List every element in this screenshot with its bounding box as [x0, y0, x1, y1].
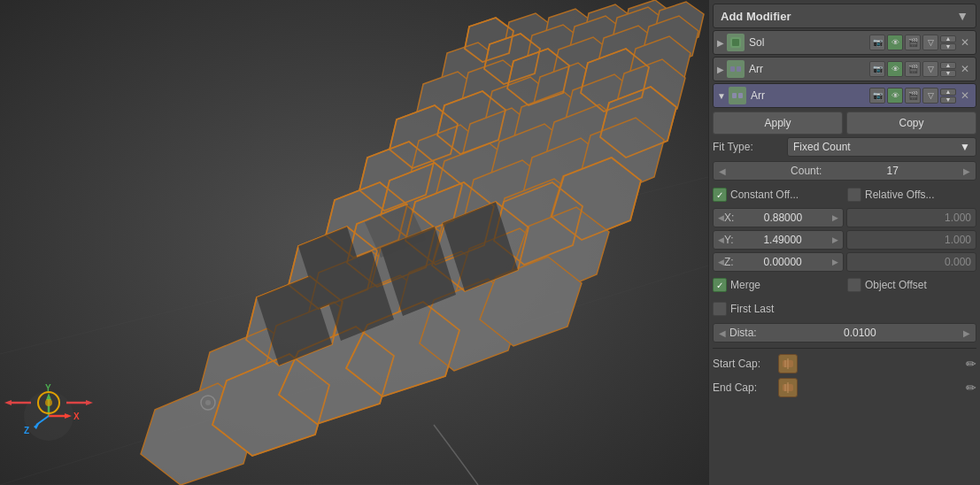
z-left-arrow[interactable]: ◀	[718, 258, 724, 266]
y-value: 1.49000	[734, 234, 832, 246]
z-value: 0.00000	[734, 256, 832, 268]
count-label: Count:	[791, 165, 822, 177]
count-field[interactable]: ◀ Count: 17 ▶	[713, 161, 976, 181]
add-modifier-label: Add Modifier	[721, 10, 791, 23]
mod-delete-btn-3[interactable]: ✕	[958, 89, 972, 103]
modifier-panel: Add Modifier ▼ ▶ Sol 📷 👁 🎬 ▽ ▲ ▼ ✕ ▶ Arr…	[708, 0, 980, 485]
dista-value: 0.0100	[757, 327, 963, 339]
object-offset-group: Object Offset	[847, 278, 976, 292]
count-right-arrow[interactable]: ▶	[963, 166, 970, 176]
end-cap-icon[interactable]	[778, 378, 798, 397]
start-cap-edit-icon[interactable]: ✏	[966, 357, 976, 371]
mod-updown-2[interactable]: ▲ ▼	[940, 62, 956, 77]
modifier-arr-3[interactable]: ▼ Arr 📷 👁 🎬 ▽ ▲ ▼ ✕	[713, 83, 976, 108]
add-modifier-arrow: ▼	[956, 9, 968, 23]
y-label: Y:	[724, 234, 734, 246]
expand-arrow-3[interactable]: ▼	[717, 91, 726, 101]
start-cap-row: Start Cap: ✏	[713, 353, 976, 374]
x-right-arrow[interactable]: ▶	[832, 213, 838, 222]
x-row: ◀ X: 0.88000 ▶ 1.000	[713, 208, 976, 227]
mod-render-btn-1[interactable]: 🎬	[905, 35, 921, 50]
svg-text:Z: Z	[24, 426, 29, 435]
mod-updown-1[interactable]: ▲ ▼	[940, 35, 956, 50]
first-last-row: First Last	[713, 298, 976, 319]
dista-right-arrow[interactable]: ▶	[963, 328, 970, 338]
first-last-checkbox[interactable]	[713, 302, 727, 316]
modifier-tools-1: 📷 👁 🎬 ▽ ▲ ▼ ✕	[869, 35, 972, 50]
mod-filter-btn-3[interactable]: ▽	[922, 88, 938, 104]
relative-offset-checkbox[interactable]	[847, 188, 861, 202]
constant-offset-checkbox[interactable]: ✓	[713, 188, 727, 202]
modifier-name-3: Arr	[749, 89, 867, 102]
offset-checkboxes: ✓ Constant Off... Relative Offs...	[713, 184, 976, 205]
z-rel-value: 0.000	[945, 256, 971, 268]
modifier-icon-2	[727, 60, 745, 78]
x-rel-value: 1.000	[945, 212, 971, 224]
object-offset-checkbox[interactable]	[847, 278, 861, 292]
object-offset-label: Object Offset	[865, 279, 927, 291]
modifier-icon-1	[727, 34, 745, 51]
x-field[interactable]: ◀ X: 0.88000 ▶	[713, 208, 844, 227]
svg-point-107	[205, 400, 211, 405]
end-cap-label: End Cap:	[713, 381, 775, 394]
end-cap-edit-icon[interactable]: ✏	[966, 381, 976, 395]
mod-render-btn-2[interactable]: 🎬	[905, 61, 921, 77]
mod-render-btn-3[interactable]: 🎬	[905, 88, 921, 104]
y-left-arrow[interactable]: ◀	[718, 235, 724, 244]
merge-checkbox[interactable]: ✓	[713, 278, 727, 292]
add-modifier-header[interactable]: Add Modifier ▼	[713, 4, 976, 28]
dista-field[interactable]: ◀ Dista: 0.0100 ▶	[713, 323, 976, 343]
mod-filter-btn-2[interactable]: ▽	[922, 61, 938, 77]
relative-offset-group: Relative Offs...	[847, 188, 976, 202]
divider-1	[713, 348, 976, 349]
mod-eye-btn-2[interactable]: 👁	[887, 61, 903, 77]
mod-camera-btn-2[interactable]: 📷	[869, 61, 885, 77]
merge-object-row: ✓ Merge Object Offset	[713, 274, 976, 296]
mod-delete-btn-2[interactable]: ✕	[958, 62, 972, 76]
x-value: 0.88000	[734, 212, 831, 224]
start-cap-icon[interactable]	[778, 354, 798, 373]
y-field[interactable]: ◀ Y: 1.49000 ▶	[713, 230, 844, 250]
x-left-arrow[interactable]: ◀	[718, 213, 724, 222]
dista-left-arrow[interactable]: ◀	[719, 328, 726, 338]
modifier-tools-2: 📷 👁 🎬 ▽ ▲ ▼ ✕	[869, 61, 972, 77]
relative-offset-label: Relative Offs...	[865, 189, 934, 201]
svg-rect-112	[732, 93, 737, 98]
expand-arrow-2[interactable]: ▶	[717, 65, 724, 74]
constant-offset-label: Constant Off...	[730, 189, 799, 201]
fit-type-dropdown[interactable]: Fixed Count ▼	[787, 137, 976, 157]
copy-button[interactable]: Copy	[846, 112, 976, 135]
y-right-arrow[interactable]: ▶	[832, 235, 838, 244]
svg-point-101	[45, 399, 52, 406]
modifier-arr-2[interactable]: ▶ Arr 📷 👁 🎬 ▽ ▲ ▼ ✕	[713, 57, 976, 81]
mod-delete-btn-1[interactable]: ✕	[958, 35, 972, 50]
y-row: ◀ Y: 1.49000 ▶ 1.000	[713, 230, 976, 250]
fit-type-value: Fixed Count	[793, 141, 851, 153]
modifier-icon-3	[729, 87, 746, 104]
count-left-arrow[interactable]: ◀	[719, 166, 726, 176]
mod-camera-btn-1[interactable]: 📷	[869, 35, 885, 50]
z-label: Z:	[724, 256, 734, 268]
svg-rect-110	[730, 66, 735, 72]
first-last-label: First Last	[730, 303, 774, 315]
start-cap-label: Start Cap:	[713, 358, 775, 370]
mod-camera-btn-3[interactable]: 📷	[869, 88, 885, 104]
svg-text:X: X	[73, 412, 80, 421]
merge-group: ✓ Merge	[713, 278, 842, 292]
expand-arrow-1[interactable]: ▶	[717, 38, 724, 48]
z-field[interactable]: ◀ Z: 0.00000 ▶	[713, 252, 844, 272]
dista-row: ◀ Dista: 0.0100 ▶	[713, 322, 976, 343]
y-rel-value: 1.000	[945, 234, 971, 246]
modifier-sol[interactable]: ▶ Sol 📷 👁 🎬 ▽ ▲ ▼ ✕	[713, 30, 976, 55]
mod-filter-btn-1[interactable]: ▽	[922, 35, 938, 50]
viewport[interactable]: X Y Z	[0, 0, 708, 485]
apply-button[interactable]: Apply	[713, 112, 843, 135]
mod-eye-btn-1[interactable]: 👁	[887, 35, 903, 50]
modifier-name-1: Sol	[747, 36, 867, 49]
mod-eye-btn-3[interactable]: 👁	[887, 88, 903, 104]
mod-updown-3[interactable]: ▲ ▼	[940, 89, 956, 104]
svg-rect-111	[737, 66, 741, 72]
z-row: ◀ Z: 0.00000 ▶ 0.000	[713, 252, 976, 272]
z-right-arrow[interactable]: ▶	[832, 258, 838, 266]
z-rel-field: 0.000	[846, 252, 977, 272]
